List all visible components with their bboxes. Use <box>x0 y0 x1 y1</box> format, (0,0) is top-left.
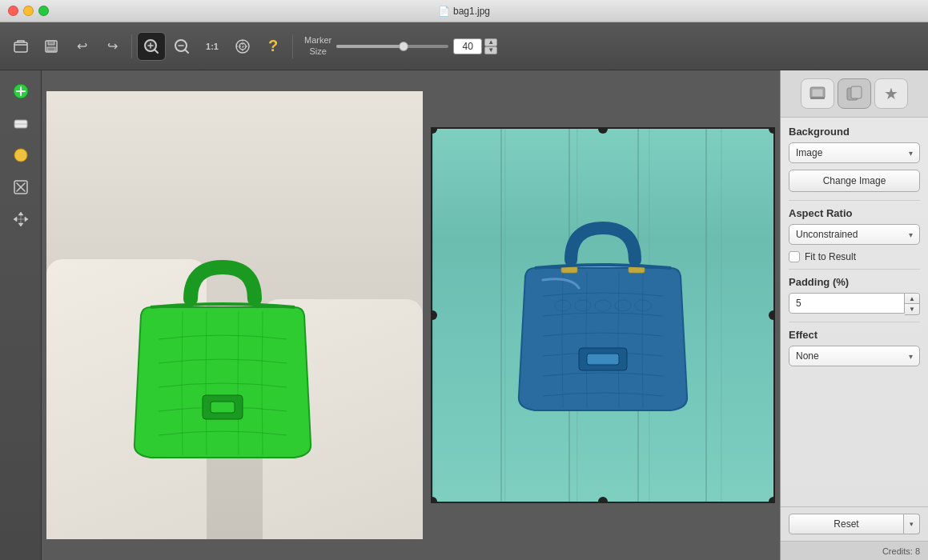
window-controls <box>8 6 49 16</box>
help-icon: ? <box>268 37 278 55</box>
svg-rect-27 <box>851 86 862 98</box>
circle-tool-button[interactable] <box>6 141 35 170</box>
padding-down-arrow[interactable]: ▼ <box>905 304 919 314</box>
padding-input-group: 5 ▲ ▼ <box>789 293 920 315</box>
original-image-panel <box>46 91 423 539</box>
background-dropdown[interactable]: Image ▾ <box>789 142 920 163</box>
add-tool-button[interactable] <box>6 77 35 106</box>
toolbar: ↩ ↪ 1:1 ? Marker Size <box>0 22 928 70</box>
divider-1 <box>789 200 920 201</box>
original-bag <box>110 235 335 491</box>
eraser-icon <box>12 114 30 132</box>
left-tools-panel <box>0 70 42 560</box>
file-icon: 📄 <box>438 6 450 17</box>
aspect-ratio-value: Unconstrained <box>796 229 858 240</box>
padding-value[interactable]: 5 <box>789 293 905 314</box>
reset-button[interactable]: Reset <box>789 514 904 534</box>
effect-dropdown-row: None ▾ <box>789 346 920 366</box>
save-button[interactable] <box>37 32 66 61</box>
svg-rect-25 <box>810 97 825 99</box>
svg-rect-24 <box>812 89 823 97</box>
clear-tool-button[interactable] <box>6 173 35 202</box>
title-bar: 📄 bag1.jpg <box>0 0 928 22</box>
marker-size-down-arrow[interactable]: ▼ <box>484 46 497 54</box>
tab-favorites-button[interactable]: ★ <box>874 78 908 109</box>
open-button[interactable] <box>6 32 35 61</box>
redo-button[interactable]: ↪ <box>98 32 127 61</box>
clear-icon <box>12 178 30 196</box>
aspect-ratio-arrow: ▾ <box>909 230 913 239</box>
blue-bag-svg <box>499 200 707 440</box>
fit-1-1-button[interactable]: 1:1 <box>198 32 227 61</box>
right-panel: ↓ ★ Background <box>780 70 928 560</box>
marker-size-label: Marker Size <box>304 35 331 56</box>
zoom-out-button[interactable] <box>167 32 196 61</box>
background-dropdown-arrow: ▾ <box>909 149 913 158</box>
result-bag <box>499 200 707 440</box>
reset-dropdown-arrow[interactable]: ▾ <box>904 514 920 534</box>
tab-background-button[interactable] <box>838 78 871 109</box>
effect-dropdown[interactable]: None ▾ <box>789 346 920 366</box>
marker-size-up-arrow[interactable]: ▲ <box>484 38 497 46</box>
padding-up-arrow[interactable]: ▲ <box>905 294 919 304</box>
circle-tool-icon <box>12 146 30 164</box>
green-bag-svg <box>110 235 335 491</box>
marker-size-value-group: 40 ▲ ▼ <box>453 38 497 54</box>
change-image-button[interactable]: Change Image <box>789 170 920 192</box>
handle-middle-right[interactable] <box>769 310 775 320</box>
aspect-ratio-dropdown-row: Unconstrained ▾ <box>789 224 920 245</box>
zoom-in-icon <box>143 38 160 55</box>
tab-layers-button[interactable] <box>801 78 834 109</box>
move-tool-button[interactable] <box>6 205 35 234</box>
marker-size-slider-thumb <box>399 42 408 51</box>
handle-bottom-right[interactable] <box>769 497 775 503</box>
eraser-tool-button[interactable] <box>6 109 35 138</box>
close-button[interactable] <box>8 6 18 16</box>
fit-to-result-label: Fit to Result <box>805 251 856 262</box>
zoom-fit-button[interactable] <box>228 32 257 61</box>
background-section-label: Background <box>789 126 920 138</box>
divider-3 <box>789 322 920 322</box>
copy-icon <box>846 85 863 102</box>
layers-icon <box>809 85 826 102</box>
divider-2 <box>789 269 920 270</box>
svg-rect-13 <box>211 402 235 413</box>
handle-bottom-center[interactable] <box>598 497 608 503</box>
right-panel-content: Background Image ▾ Change Image Aspect R… <box>781 118 928 506</box>
marker-size-slider-container[interactable] <box>336 45 448 48</box>
credits-bar: Credits: 8 <box>781 541 928 560</box>
zoom-in-button[interactable] <box>137 32 166 61</box>
help-button[interactable]: ? <box>259 32 287 61</box>
zoom-out-icon <box>173 38 191 55</box>
fit-to-result-checkbox[interactable] <box>789 251 800 262</box>
marker-size-group: Marker Size 40 ▲ ▼ <box>304 35 497 56</box>
padding-arrows: ▲ ▼ <box>905 293 920 315</box>
undo-icon: ↩ <box>77 38 87 54</box>
fit-to-result-row: Fit to Result <box>789 251 920 262</box>
reset-row: Reset ▾ <box>781 506 928 541</box>
effect-arrow: ▾ <box>909 352 913 361</box>
padding-label: Padding (%) <box>789 276 920 288</box>
image-panels <box>42 70 780 560</box>
minimize-button[interactable] <box>23 6 34 16</box>
marker-size-slider-fill <box>336 45 404 48</box>
undo-button[interactable]: ↩ <box>67 32 96 61</box>
maximize-button[interactable] <box>38 6 49 16</box>
marker-size-arrows: ▲ ▼ <box>484 38 497 54</box>
zoom-fit-icon <box>234 38 251 55</box>
window-title: 📄 bag1.jpg <box>438 6 490 17</box>
main-content: ↓ ★ Background <box>0 70 928 560</box>
background-dropdown-row: Image ▾ <box>789 142 920 163</box>
svg-rect-20 <box>587 354 619 365</box>
marker-size-value[interactable]: 40 <box>453 38 482 54</box>
separator-2 <box>292 34 293 58</box>
aspect-ratio-dropdown[interactable]: Unconstrained ▾ <box>789 224 920 245</box>
marker-size-slider[interactable] <box>336 45 448 48</box>
background-dropdown-value: Image <box>796 147 822 158</box>
svg-point-10 <box>14 149 27 162</box>
move-icon <box>12 210 30 228</box>
svg-rect-3 <box>47 47 55 51</box>
svg-rect-0 <box>14 42 27 52</box>
svg-rect-2 <box>48 41 54 45</box>
add-icon <box>12 82 30 100</box>
